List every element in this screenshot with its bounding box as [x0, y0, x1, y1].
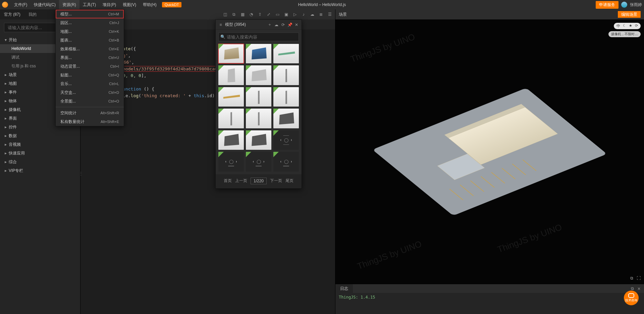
- menu-item-dynamic-bg[interactable]: 动态背景...Ctrl+I: [56, 62, 124, 71]
- model-thumb[interactable]: [246, 65, 271, 85]
- model-thumb[interactable]: [218, 87, 244, 107]
- pager-first[interactable]: 首页: [224, 178, 232, 184]
- menu-view[interactable]: 视图(V): [119, 0, 140, 9]
- tab-mine[interactable]: 我的: [29, 12, 37, 17]
- cube-icon[interactable]: ◫: [222, 12, 228, 17]
- model-thumb[interactable]: [218, 109, 244, 128]
- edit-scene-button[interactable]: 编辑场景: [618, 11, 641, 18]
- grid-icon[interactable]: ▦: [240, 12, 245, 17]
- quickdt-chip[interactable]: QuickDT: [162, 2, 182, 7]
- tree-general[interactable]: ▸综合: [0, 158, 80, 166]
- model-thumb[interactable]: [218, 44, 244, 63]
- tree-vip[interactable]: ▸VIP专栏: [0, 166, 80, 175]
- pager-last[interactable]: 尾页: [285, 178, 293, 184]
- music-icon[interactable]: ♪: [301, 12, 306, 17]
- image-icon[interactable]: ▣: [283, 12, 289, 17]
- model-thumb[interactable]: [273, 65, 299, 85]
- menu-item-skybox[interactable]: 天空盒...Ctrl+D: [56, 88, 124, 97]
- menu-item-model[interactable]: 模型...Ctrl+M: [56, 10, 124, 18]
- pager-next[interactable]: 下一页: [270, 178, 282, 184]
- model-thumb[interactable]: [273, 87, 299, 107]
- menu-item-music[interactable]: 音乐...Ctrl+L: [56, 79, 124, 88]
- model-thumb[interactable]: [218, 130, 244, 150]
- play-icon[interactable]: ▷: [292, 12, 298, 17]
- menu-item-texture[interactable]: 贴图...Ctrl+Q: [56, 71, 124, 79]
- user-name[interactable]: 张雨婷: [630, 2, 642, 8]
- close-icon[interactable]: ✕: [294, 22, 299, 27]
- share-icon[interactable]: ⇪: [257, 12, 263, 17]
- menu-shortcut-code[interactable]: 快捷代码(C): [31, 0, 59, 9]
- menu-item-ui[interactable]: 界面...Ctrl+U: [56, 53, 124, 62]
- model-pager: 首页 上一页 1/220 下一页 尾页: [216, 174, 302, 188]
- clock-icon[interactable]: ◔: [249, 12, 254, 17]
- fab-label: 技术咨询: [625, 298, 637, 303]
- model-thumb[interactable]: ◯: [246, 152, 271, 171]
- tree-data[interactable]: ▸数据: [0, 131, 80, 140]
- scene-3d-content: [335, 19, 644, 284]
- support-fab[interactable]: 技术咨询: [624, 291, 639, 305]
- tree-av[interactable]: ▸音视频: [0, 140, 80, 149]
- log-clear-icon[interactable]: ⨯: [637, 286, 641, 291]
- menu-project[interactable]: 项目(P): [99, 0, 119, 9]
- model-panel: ≡ 模型 (3954) ＋ ☁ ⟳ 📌 ✕ 🔍: [215, 19, 302, 189]
- layers-icon[interactable]: ≣: [318, 12, 324, 17]
- copy-icon[interactable]: ⧉: [231, 12, 236, 17]
- mode-night-icon[interactable]: ☾: [623, 23, 626, 28]
- model-thumb[interactable]: [246, 130, 271, 150]
- menu-item-map[interactable]: 地图...Ctrl+K: [56, 27, 124, 36]
- add-icon[interactable]: ＋: [267, 22, 272, 27]
- model-thumb[interactable]: [218, 65, 244, 85]
- model-thumb[interactable]: [273, 109, 299, 128]
- refresh-icon[interactable]: ⟳: [281, 22, 285, 27]
- fullscreen-icon[interactable]: ⛶: [637, 276, 641, 280]
- log-open-icon[interactable]: ⧉: [631, 286, 634, 291]
- scene-mode-pill[interactable]: 中 ☾ ★ ⟳: [614, 23, 641, 29]
- model-thumb[interactable]: ◯: [273, 130, 299, 150]
- menu-tools[interactable]: 工具(T): [79, 0, 99, 9]
- model-panel-title: 模型 (3954): [225, 22, 265, 27]
- user-avatar[interactable]: [621, 2, 627, 8]
- menu-item-chart[interactable]: 图表...Ctrl+B: [56, 36, 124, 45]
- menu-item-panorama[interactable]: 全景图...Ctrl+O: [56, 97, 124, 106]
- model-thumb[interactable]: ◯: [218, 152, 244, 171]
- hamburger-icon[interactable]: ≡: [218, 22, 223, 27]
- model-url-highlight: '/api/models/33f95fd3290f4d24ba67d79808c…: [107, 66, 228, 71]
- menu-file[interactable]: 文件(F): [11, 0, 31, 9]
- sidebar-resize-handle[interactable]: ⋮: [80, 167, 82, 180]
- apply-service-button[interactable]: 申请服务: [596, 1, 619, 9]
- pager-prev[interactable]: 上一页: [235, 178, 247, 184]
- open-external-icon[interactable]: ⧉: [630, 276, 633, 280]
- settings-icon[interactable]: ☰: [327, 12, 332, 17]
- menu-item-effect-template[interactable]: 效果模板...Ctrl+E: [56, 45, 124, 53]
- arrows-icon[interactable]: ⤢: [266, 12, 271, 17]
- model-thumb[interactable]: [246, 109, 271, 128]
- mode-refresh-icon[interactable]: ⟳: [635, 23, 638, 28]
- chat-icon: [628, 293, 634, 298]
- menu-item-private-count[interactable]: 私有数量统计Alt+Shift+E: [56, 117, 124, 126]
- cloud-icon[interactable]: ☁: [310, 12, 315, 17]
- resource-dropdown: 模型...Ctrl+M 园区...Ctrl+J 地图...Ctrl+K 图表..…: [55, 9, 124, 126]
- model-thumb[interactable]: ◯: [273, 152, 299, 171]
- window-icon[interactable]: ▭: [275, 12, 280, 17]
- scene-viewport[interactable]: ThingJS by UINO ThingJS by UINO ThingJS …: [335, 19, 644, 284]
- log-tab[interactable]: 日志: [335, 284, 353, 293]
- menu-item-campus[interactable]: 园区...Ctrl+J: [56, 18, 124, 27]
- mode-star-icon[interactable]: ★: [629, 23, 632, 28]
- model-grid: ◯ ◯ ◯ ◯: [216, 44, 302, 174]
- scene-tab[interactable]: 场景: [339, 12, 347, 17]
- model-search-input[interactable]: [218, 33, 299, 41]
- menu-item-space-stats[interactable]: 空间统计Alt+Shift+R: [56, 109, 124, 117]
- menu-resources[interactable]: 资源(R): [59, 0, 79, 9]
- menu-help[interactable]: 帮助(H): [140, 0, 160, 9]
- scene-hint: 摄像机，不限时…: [608, 31, 641, 37]
- model-thumb[interactable]: [246, 44, 271, 63]
- mode-medium[interactable]: 中: [616, 23, 620, 28]
- model-thumb[interactable]: [273, 44, 299, 63]
- cloud-upload-icon[interactable]: ☁: [274, 22, 279, 27]
- tab-official[interactable]: 官方 (87): [4, 12, 20, 17]
- model-thumb[interactable]: [246, 87, 271, 107]
- tree-quick-app[interactable]: ▸快速应用: [0, 149, 80, 158]
- log-panel: 日志 ⧉ ⨯ ThingJS: 1.4.15: [335, 284, 644, 314]
- search-icon: 🔍: [220, 35, 225, 39]
- pin-icon[interactable]: 📌: [287, 22, 292, 27]
